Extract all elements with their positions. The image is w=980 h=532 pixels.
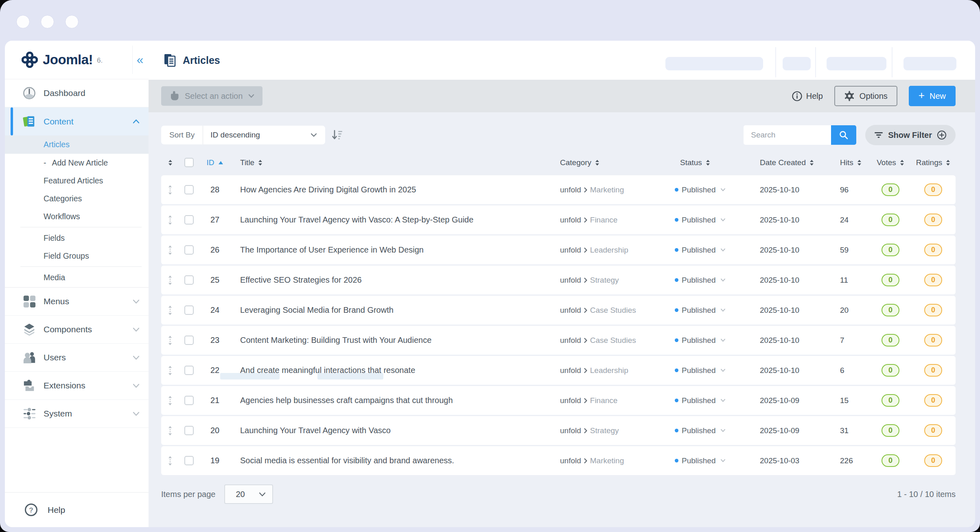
row-status-dropdown[interactable]: Published [667, 426, 752, 435]
row-checkbox[interactable] [184, 366, 194, 375]
sidebar-item-dashboard[interactable]: Dashboard [5, 79, 149, 107]
table-header: ID Title Category Status [161, 154, 956, 171]
submenu-item-field-groups[interactable]: Field Groups [5, 247, 149, 265]
row-status-dropdown[interactable]: Published [667, 306, 752, 315]
maximize-window-button[interactable] [65, 15, 79, 28]
search-button[interactable] [831, 125, 856, 145]
items-per-page-select[interactable]: 20 [224, 484, 273, 504]
options-button[interactable]: Options [834, 86, 897, 106]
row-drag-handle[interactable] [161, 426, 179, 436]
row-title-cell: Content Marketing: Building Trust with Y… [231, 336, 549, 345]
sort-direction-icon[interactable] [332, 130, 343, 140]
sort-arrows-icon [595, 159, 599, 166]
search-icon [839, 130, 849, 140]
chevron-up-icon [133, 119, 140, 124]
submenu-item-add-new-article[interactable]: - Add New Article [5, 154, 149, 172]
article-title-link[interactable]: Social media is essential for visibility… [240, 456, 454, 465]
category-parent: unfold [560, 336, 581, 345]
drag-arrows-icon [168, 305, 173, 315]
row-status-dropdown[interactable]: Published [667, 456, 752, 465]
submenu-item-fields[interactable]: Fields [5, 229, 149, 247]
chevron-right-icon [584, 278, 587, 283]
toolbar-help-button[interactable]: Help [792, 91, 823, 101]
submenu-item-media[interactable]: Media [5, 268, 149, 286]
row-status-dropdown[interactable]: Published [667, 216, 752, 225]
row-checkbox[interactable] [184, 275, 194, 285]
row-status-dropdown[interactable]: Published [667, 336, 752, 345]
column-ordering[interactable] [161, 159, 179, 166]
article-title-link[interactable]: Launching Your Travel Agency with Vasco:… [240, 215, 473, 225]
row-drag-handle[interactable] [161, 275, 179, 285]
column-date-created[interactable]: Date Created [752, 158, 833, 167]
article-title-link[interactable]: Agencies help businesses craft campaigns… [240, 396, 453, 405]
sidebar-help[interactable]: ? Help [5, 492, 149, 527]
row-checkbox[interactable] [184, 245, 194, 255]
drag-arrows-icon [168, 396, 173, 406]
close-window-button[interactable] [16, 15, 30, 28]
row-drag-handle[interactable] [161, 245, 179, 255]
select-action-button[interactable]: Select an action [161, 86, 262, 106]
article-title-link[interactable]: Content Marketing: Building Trust with Y… [240, 336, 431, 345]
row-ratings-cell: 0 [911, 244, 956, 256]
users-person-icon [22, 351, 37, 364]
column-hits[interactable]: Hits [833, 158, 870, 167]
show-filter-button[interactable]: Show Filter [865, 125, 956, 145]
row-checkbox[interactable] [184, 426, 194, 435]
column-status[interactable]: Status [667, 158, 752, 167]
column-id[interactable]: ID [199, 158, 231, 167]
row-checkbox[interactable] [184, 305, 194, 315]
minimize-window-button[interactable] [41, 15, 54, 28]
row-drag-handle[interactable] [161, 366, 179, 375]
article-title-link[interactable]: Launching Your Travel Agency with Vasco [240, 426, 391, 435]
row-status-dropdown[interactable]: Published [667, 246, 752, 255]
row-checkbox[interactable] [184, 336, 194, 345]
sidebar-item-users[interactable]: Users [5, 344, 149, 372]
row-checkbox[interactable] [184, 215, 194, 225]
sort-by-select[interactable]: ID descending [203, 131, 325, 140]
window-titlebar [0, 0, 980, 41]
column-votes[interactable]: Votes [870, 158, 911, 167]
row-status-dropdown[interactable]: Published [667, 276, 752, 285]
row-checkbox[interactable] [184, 396, 194, 405]
search-input[interactable] [744, 125, 831, 145]
new-button[interactable]: + New [909, 86, 956, 106]
sidebar-item-system[interactable]: System [5, 400, 149, 428]
row-drag-handle[interactable] [161, 336, 179, 345]
row-status-dropdown[interactable]: Published [667, 366, 752, 375]
row-drag-handle[interactable] [161, 396, 179, 406]
loading-placeholder-bar [317, 373, 383, 379]
sort-arrows-icon [258, 159, 262, 166]
chevron-down-icon [720, 218, 726, 222]
row-checkbox[interactable] [184, 185, 194, 194]
row-status-dropdown[interactable]: Published [667, 396, 752, 405]
sidebar-item-extensions[interactable]: Extensions [5, 372, 149, 400]
column-category[interactable]: Category [549, 158, 667, 167]
row-drag-handle[interactable] [161, 456, 179, 466]
ratings-badge: 0 [924, 244, 942, 256]
row-ratings-cell: 0 [911, 334, 956, 347]
table-row: 28 How Agencies Are Driving Digital Grow… [161, 175, 956, 204]
column-title[interactable]: Title [231, 158, 549, 167]
row-checkbox[interactable] [184, 456, 194, 465]
article-title-link[interactable]: Leveraging Social Media for Brand Growth [240, 305, 394, 315]
submenu-item-featured-articles[interactable]: Featured Articles [5, 172, 149, 190]
row-drag-handle[interactable] [161, 215, 179, 225]
column-ratings[interactable]: Ratings [911, 158, 956, 167]
submenu-item-label: Articles [44, 140, 70, 149]
article-title-link[interactable]: The Importance of User Experience in Web… [240, 245, 424, 255]
row-drag-handle[interactable] [161, 185, 179, 195]
select-all-checkbox[interactable] [184, 158, 194, 167]
sidebar-collapse-button[interactable]: « [134, 41, 146, 79]
sidebar-item-components[interactable]: Components [5, 316, 149, 344]
table-row: 25 Effective SEO Strategies for 2026 unf… [161, 266, 956, 294]
submenu-item-articles[interactable]: Articles [5, 135, 149, 154]
submenu-item-workflows[interactable]: Workflows [5, 207, 149, 225]
articles-page-icon [164, 53, 177, 67]
sidebar-item-menus[interactable]: Menus [5, 288, 149, 316]
row-drag-handle[interactable] [161, 305, 179, 315]
row-status-dropdown[interactable]: Published [667, 185, 752, 194]
article-title-link[interactable]: How Agencies Are Driving Digital Growth … [240, 185, 416, 194]
sidebar-item-content[interactable]: Content [5, 107, 149, 135]
article-title-link[interactable]: Effective SEO Strategies for 2026 [240, 275, 362, 285]
submenu-item-categories[interactable]: Categories [5, 190, 149, 207]
